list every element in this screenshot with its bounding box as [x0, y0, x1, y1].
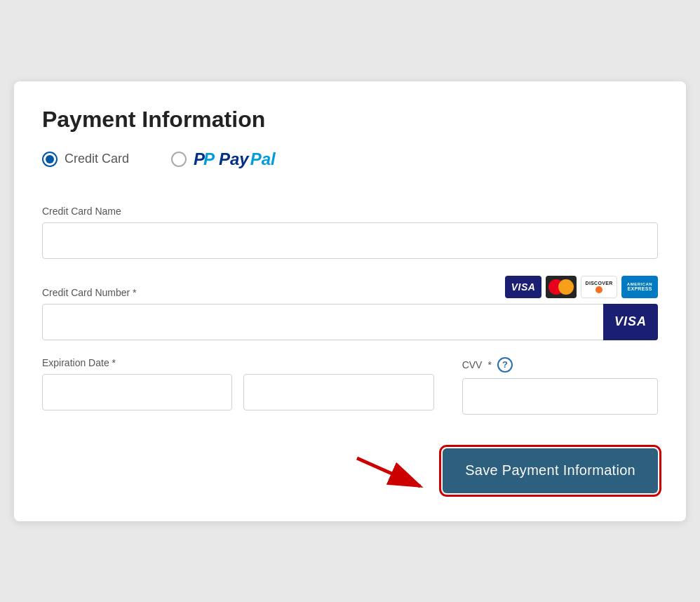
credit-card-radio[interactable] — [42, 152, 58, 167]
card-number-section: Credit Card Number * VISA DISCOVER AMERI… — [42, 276, 658, 340]
card-number-input-wrapper: VISA — [42, 304, 658, 340]
card-name-label: Credit Card Name — [42, 206, 658, 217]
visa-card-icon: VISA — [505, 276, 541, 298]
cvv-input[interactable] — [462, 378, 658, 415]
card-number-label: Credit Card Number * — [42, 287, 137, 298]
payment-form-card: Payment Information Credit Card P P PayP… — [14, 81, 686, 521]
expiry-section: Expiration Date * — [42, 357, 434, 410]
payment-methods-row: Credit Card P P PayPal — [42, 149, 658, 183]
svg-line-1 — [357, 458, 420, 486]
expiry-cvv-row: Expiration Date * CVV * ? — [42, 357, 658, 415]
expiry-year-input[interactable] — [243, 374, 433, 410]
card-type-icons: VISA DISCOVER AMERICAN EXPRESS — [505, 276, 658, 298]
save-payment-button[interactable]: Save Payment Information — [443, 448, 658, 493]
mastercard-icon — [546, 276, 577, 298]
cvv-help-icon[interactable]: ? — [497, 357, 513, 373]
expiry-label-row: Expiration Date * — [42, 357, 434, 368]
card-name-section: Credit Card Name — [42, 206, 658, 259]
arrow-area — [350, 451, 434, 493]
cvv-section: CVV * ? — [462, 357, 658, 415]
card-number-input[interactable] — [42, 304, 658, 340]
paypal-text: Pay — [219, 149, 249, 169]
paypal-radio[interactable] — [171, 152, 187, 167]
expiry-year-field — [243, 374, 433, 410]
page-title: Payment Information — [42, 107, 658, 133]
expiry-month-field — [42, 374, 232, 410]
expiry-month-input[interactable] — [42, 374, 232, 410]
red-arrow-icon — [350, 451, 434, 493]
discover-icon: DISCOVER — [581, 276, 617, 298]
cvv-label-row: CVV * ? — [462, 357, 658, 373]
amex-icon: AMERICAN EXPRESS — [621, 276, 658, 298]
credit-card-label: Credit Card — [65, 152, 129, 166]
expiry-label: Expiration Date * — [42, 357, 434, 368]
paypal-option[interactable]: P P PayPal — [171, 149, 276, 169]
credit-card-option[interactable]: Credit Card — [42, 152, 129, 167]
card-name-input[interactable] — [42, 222, 658, 259]
expiry-fields — [42, 374, 434, 410]
paypal-logo: P P PayPal — [194, 149, 276, 169]
card-number-header-row: Credit Card Number * VISA DISCOVER AMERI… — [42, 276, 658, 298]
visa-badge: VISA — [603, 304, 658, 340]
paypal-icon-p2: P — [203, 149, 215, 169]
radio-inner-dot — [46, 155, 54, 163]
bottom-section: Save Payment Information — [42, 448, 658, 493]
paypal-text-pal: Pal — [250, 149, 276, 169]
cvv-label: CVV — [462, 359, 483, 370]
